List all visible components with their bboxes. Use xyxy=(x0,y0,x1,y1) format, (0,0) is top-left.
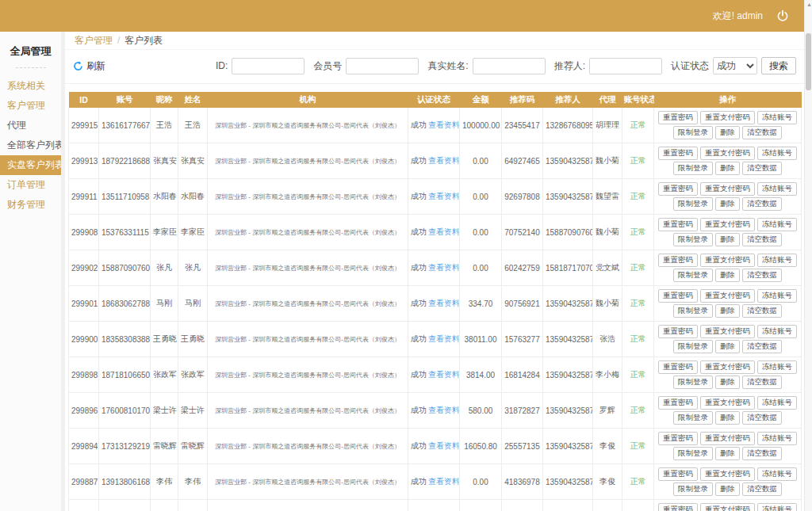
restrict-login-button[interactable]: 限制登录 xyxy=(673,376,713,389)
reset-password-button[interactable]: 重置密码 xyxy=(658,254,698,267)
delete-button[interactable]: 删除 xyxy=(715,376,740,389)
reset-password-button[interactable]: 重置密码 xyxy=(658,182,698,196)
freeze-account-button[interactable]: 冻结账号 xyxy=(757,396,797,410)
reset-password-button[interactable]: 重置密码 xyxy=(658,503,698,511)
delete-button[interactable]: 删除 xyxy=(715,233,740,246)
row-account: 13616177667 xyxy=(99,108,151,143)
reset-pay-password-button[interactable]: 重置支付密码 xyxy=(700,432,755,445)
filter-id-input[interactable] xyxy=(232,58,304,74)
clear-data-button[interactable]: 清空数据 xyxy=(742,269,782,282)
view-profile-link[interactable]: 查看资料 xyxy=(428,370,460,379)
delete-button[interactable]: 删除 xyxy=(715,304,740,318)
freeze-account-button[interactable]: 冻结账号 xyxy=(757,147,797,160)
reset-pay-password-button[interactable]: 重置支付密码 xyxy=(700,182,755,196)
freeze-account-button[interactable]: 冻结账号 xyxy=(757,218,797,231)
clear-data-button[interactable]: 清空数据 xyxy=(742,197,782,211)
delete-button[interactable]: 删除 xyxy=(715,411,740,425)
filter-member-no-input[interactable] xyxy=(346,58,419,74)
delete-button[interactable]: 删除 xyxy=(715,340,740,353)
view-profile-link[interactable]: 查看资料 xyxy=(428,192,460,200)
reset-pay-password-button[interactable]: 重置支付密码 xyxy=(700,111,755,124)
reset-pay-password-button[interactable]: 重置支付密码 xyxy=(700,503,755,511)
clear-data-button[interactable]: 清空数据 xyxy=(742,411,782,425)
restrict-login-button[interactable]: 限制登录 xyxy=(673,197,713,211)
scrollbar-thumb[interactable] xyxy=(806,33,811,90)
reset-pay-password-button[interactable]: 重置支付密码 xyxy=(700,218,755,231)
sidebar-item-财务管理[interactable]: 财务管理 xyxy=(0,195,61,215)
view-profile-link[interactable]: 查看资料 xyxy=(428,334,460,343)
clear-data-button[interactable]: 清空数据 xyxy=(742,340,782,353)
logout-power-icon[interactable] xyxy=(776,9,790,23)
clear-data-button[interactable]: 清空数据 xyxy=(742,126,782,139)
view-profile-link[interactable]: 查看资料 xyxy=(428,263,460,272)
freeze-account-button[interactable]: 冻结账号 xyxy=(757,467,797,481)
view-profile-link[interactable]: 查看资料 xyxy=(428,299,460,307)
scrollbar[interactable]: ▲ xyxy=(804,0,812,511)
restrict-login-button[interactable]: 限制登录 xyxy=(673,482,713,496)
sidebar-item-代理[interactable]: 代理 xyxy=(0,116,61,135)
delete-button[interactable]: 删除 xyxy=(715,197,740,211)
restrict-login-button[interactable]: 限制登录 xyxy=(673,233,713,246)
reset-pay-password-button[interactable]: 重置支付密码 xyxy=(700,147,755,160)
delete-button[interactable]: 删除 xyxy=(715,162,740,175)
refresh-button[interactable]: 刷新 xyxy=(73,59,105,73)
scrollbar-up-arrow[interactable]: ▲ xyxy=(806,2,812,7)
view-profile-link[interactable]: 查看资料 xyxy=(428,227,460,236)
filter-referrer-input[interactable] xyxy=(589,58,662,74)
reset-pay-password-button[interactable]: 重置支付密码 xyxy=(700,360,755,374)
reset-password-button[interactable]: 重置密码 xyxy=(658,218,698,231)
view-profile-link[interactable]: 查看资料 xyxy=(428,120,460,129)
reset-password-button[interactable]: 重置密码 xyxy=(658,360,698,374)
reset-password-button[interactable]: 重置密码 xyxy=(658,289,698,303)
reset-pay-password-button[interactable]: 重置支付密码 xyxy=(700,254,755,267)
breadcrumb-parent[interactable]: 客户管理 xyxy=(75,34,113,48)
sidebar-item-全部客户列表[interactable]: 全部客户列表 xyxy=(0,135,61,155)
restrict-login-button[interactable]: 限制登录 xyxy=(673,162,713,175)
restrict-login-button[interactable]: 限制登录 xyxy=(673,447,713,460)
reset-pay-password-button[interactable]: 重置支付密码 xyxy=(700,396,755,410)
filter-real-name-input[interactable] xyxy=(473,58,546,74)
freeze-account-button[interactable]: 冻结账号 xyxy=(757,503,797,511)
reset-password-button[interactable]: 重置密码 xyxy=(658,432,698,445)
freeze-account-button[interactable]: 冻结账号 xyxy=(757,360,797,374)
freeze-account-button[interactable]: 冻结账号 xyxy=(757,254,797,267)
reset-pay-password-button[interactable]: 重置支付密码 xyxy=(700,289,755,303)
view-profile-link[interactable]: 查看资料 xyxy=(428,441,460,450)
freeze-account-button[interactable]: 冻结账号 xyxy=(757,432,797,445)
view-profile-link[interactable]: 查看资料 xyxy=(428,477,460,486)
auth-status-select[interactable]: 成功 xyxy=(713,57,757,74)
freeze-account-button[interactable]: 冻结账号 xyxy=(757,325,797,338)
clear-data-button[interactable]: 清空数据 xyxy=(742,376,782,389)
reset-password-button[interactable]: 重置密码 xyxy=(658,396,698,410)
restrict-login-button[interactable]: 限制登录 xyxy=(673,340,713,353)
clear-data-button[interactable]: 清空数据 xyxy=(742,162,782,175)
reset-password-button[interactable]: 重置密码 xyxy=(658,325,698,338)
delete-button[interactable]: 删除 xyxy=(715,447,740,460)
sidebar-item-订单管理[interactable]: 订单管理 xyxy=(0,175,61,195)
sidebar-item-实盘客户列表[interactable]: 实盘客户列表 xyxy=(0,155,61,175)
delete-button[interactable]: 删除 xyxy=(715,269,740,282)
clear-data-button[interactable]: 清空数据 xyxy=(742,304,782,318)
freeze-account-button[interactable]: 冻结账号 xyxy=(757,111,797,124)
delete-button[interactable]: 删除 xyxy=(715,482,740,496)
freeze-account-button[interactable]: 冻结账号 xyxy=(757,182,797,196)
reset-pay-password-button[interactable]: 重置支付密码 xyxy=(700,325,755,338)
search-button[interactable]: 搜索 xyxy=(761,57,796,74)
restrict-login-button[interactable]: 限制登录 xyxy=(673,126,713,139)
view-profile-link[interactable]: 查看资料 xyxy=(428,156,460,165)
view-profile-link[interactable]: 查看资料 xyxy=(428,406,460,414)
restrict-login-button[interactable]: 限制登录 xyxy=(673,269,713,282)
clear-data-button[interactable]: 清空数据 xyxy=(742,482,782,496)
freeze-account-button[interactable]: 冻结账号 xyxy=(757,289,797,303)
reset-pay-password-button[interactable]: 重置支付密码 xyxy=(700,467,755,481)
reset-password-button[interactable]: 重置密码 xyxy=(658,111,698,124)
sidebar-item-客户管理[interactable]: 客户管理 xyxy=(0,96,61,116)
sidebar-item-系统相关[interactable]: 系统相关 xyxy=(0,76,61,96)
reset-password-button[interactable]: 重置密码 xyxy=(658,467,698,481)
reset-password-button[interactable]: 重置密码 xyxy=(658,147,698,160)
clear-data-button[interactable]: 清空数据 xyxy=(742,447,782,460)
clear-data-button[interactable]: 清空数据 xyxy=(742,233,782,246)
restrict-login-button[interactable]: 限制登录 xyxy=(673,411,713,425)
delete-button[interactable]: 删除 xyxy=(715,126,740,139)
restrict-login-button[interactable]: 限制登录 xyxy=(673,304,713,318)
